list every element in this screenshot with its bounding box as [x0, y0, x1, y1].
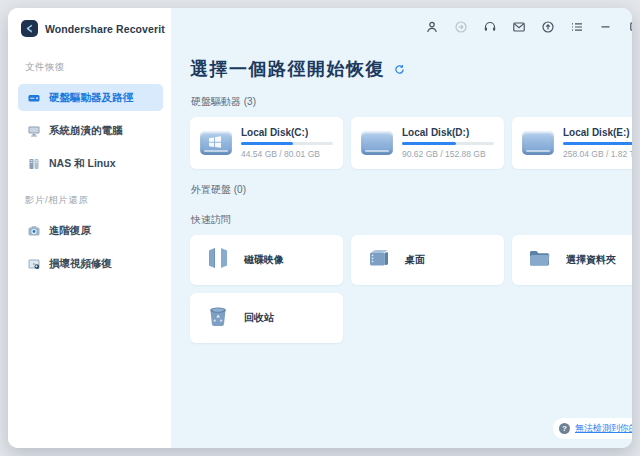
drive-card-e[interactable]: Local Disk(E:) 258.04 GB / 1.82 TB: [512, 117, 632, 169]
quick-access-section-label: 快速訪問: [191, 213, 632, 227]
app-title: Wondershare Recoverit: [45, 23, 165, 35]
disk-e-icon: [522, 131, 554, 155]
main-panel: 選擇一個路徑開始恢復 硬盤驅動器 (3) Local Disk(C:) 44.5…: [171, 8, 632, 448]
quick-item-label: 回收站: [244, 311, 274, 325]
maximize-icon[interactable]: [627, 19, 632, 34]
sidebar: Wondershare Recoverit 文件恢復 硬盤驅動器及路徑 系統崩潰…: [8, 8, 171, 448]
disk-image-icon: [204, 244, 232, 276]
recoverit-logo-icon: [21, 20, 38, 37]
headset-icon[interactable]: [482, 19, 497, 34]
hard-drive-icon: [26, 90, 41, 105]
mail-icon[interactable]: [511, 19, 526, 34]
drive-card-c[interactable]: Local Disk(C:) 44.54 GB / 80.01 GB: [190, 117, 343, 169]
camera-icon: [26, 223, 41, 238]
external-section-label: 外置硬盤 (0): [191, 183, 632, 197]
app-window: Wondershare Recoverit 文件恢復 硬盤驅動器及路徑 系統崩潰…: [8, 8, 632, 448]
hdd-section-label: 硬盤驅動器 (3): [191, 95, 632, 109]
quick-item-label: 磁碟映像: [244, 253, 284, 267]
nas-server-icon: [26, 156, 41, 171]
drive-name: Local Disk(C:): [241, 127, 333, 138]
sidebar-item-nas-linux[interactable]: NAS 和 Linux: [18, 150, 163, 177]
sidebar-item-video-repair[interactable]: 損壞視頻修復: [18, 250, 163, 277]
recycle-bin-icon: [204, 302, 232, 334]
drive-usage-text: 258.04 GB / 1.82 TB: [563, 149, 632, 159]
drive-name: Local Disk(E:): [563, 127, 632, 138]
drive-usage-bar: [241, 142, 333, 145]
quick-item-label: 桌面: [405, 253, 425, 267]
quick-item-disk-image[interactable]: 磁碟映像: [190, 235, 343, 285]
disk-c-icon: [200, 131, 232, 155]
sidebar-item-label: 進階復原: [49, 224, 91, 238]
refresh-icon[interactable]: [394, 64, 405, 75]
disk-d-icon: [361, 131, 393, 155]
sidebar-section-photo-video: 影片/相片還原: [25, 194, 171, 207]
menu-list-icon[interactable]: [569, 19, 584, 34]
sidebar-item-advanced-recovery[interactable]: 進階復原: [18, 217, 163, 244]
upgrade-icon[interactable]: [540, 19, 555, 34]
drive-card-d[interactable]: Local Disk(D:) 90.62 GB / 152.88 GB: [351, 117, 504, 169]
user-icon[interactable]: [424, 19, 439, 34]
drive-card-list: Local Disk(C:) 44.54 GB / 80.01 GB Local…: [190, 117, 632, 169]
page-title: 選擇一個路徑開始恢復: [190, 57, 385, 81]
cant-detect-drive-link[interactable]: ? 無法檢測到你的硬盤？: [553, 418, 632, 439]
drive-name: Local Disk(D:): [402, 127, 494, 138]
sidebar-item-label: 硬盤驅動器及路徑: [49, 91, 133, 105]
minimize-icon[interactable]: [598, 19, 613, 34]
quick-item-select-folder[interactable]: 選擇資料夾: [512, 235, 632, 285]
info-icon: ?: [559, 423, 570, 434]
sidebar-item-hard-drives[interactable]: 硬盤驅動器及路徑: [18, 84, 163, 111]
footer-link-text[interactable]: 無法檢測到你的硬盤？: [575, 422, 632, 435]
quick-item-label: 選擇資料夾: [566, 253, 616, 267]
sign-in-icon[interactable]: [453, 19, 468, 34]
sidebar-item-label: NAS 和 Linux: [49, 157, 116, 171]
sidebar-section-file-recovery: 文件恢復: [25, 61, 171, 74]
main-content: 選擇一個路徑開始恢復 硬盤驅動器 (3) Local Disk(C:) 44.5…: [171, 45, 632, 351]
sidebar-item-label: 系統崩潰的電腦: [49, 124, 123, 138]
crashed-computer-icon: [26, 123, 41, 138]
quick-item-recycle-bin[interactable]: 回收站: [190, 293, 343, 343]
sidebar-item-label: 損壞視頻修復: [49, 257, 112, 271]
drive-usage-bar: [563, 142, 632, 145]
app-logo: Wondershare Recoverit: [8, 8, 171, 47]
topbar: [171, 8, 632, 45]
quick-access-list: 磁碟映像 桌面 選擇資料夾: [190, 235, 632, 343]
video-repair-icon: [26, 256, 41, 271]
sidebar-item-crashed-computer[interactable]: 系統崩潰的電腦: [18, 117, 163, 144]
desktop-icon: [365, 244, 393, 276]
drive-usage-text: 90.62 GB / 152.88 GB: [402, 149, 494, 159]
drive-usage-text: 44.54 GB / 80.01 GB: [241, 149, 333, 159]
folder-icon: [526, 244, 554, 276]
quick-item-desktop[interactable]: 桌面: [351, 235, 504, 285]
drive-usage-bar: [402, 142, 494, 145]
